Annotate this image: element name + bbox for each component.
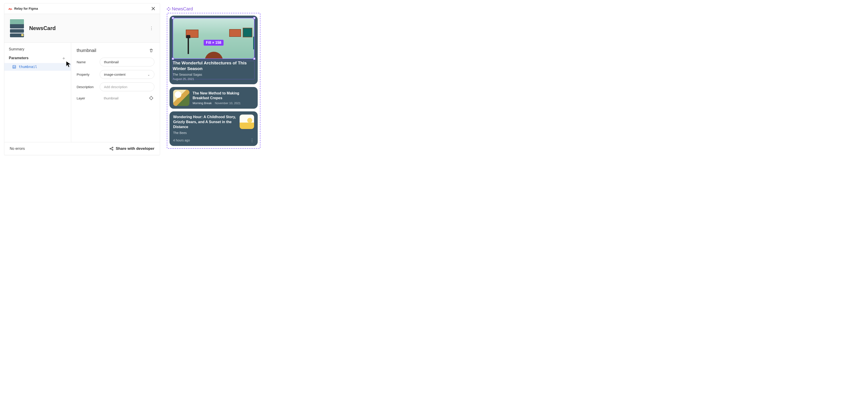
news-card-hero[interactable]: Fill × 158 The Wonderful Architectures o… [169,15,258,84]
panel-footer: No errors Share with developer [4,142,160,155]
parameter-item-thumbnail[interactable]: thumbnail [4,63,71,71]
plus-icon: ＋ [61,56,66,61]
description-input[interactable] [100,83,154,91]
property-selected-value: image-content [104,72,125,76]
plugin-title: Relay for Figma [14,7,38,10]
trash-icon [149,48,153,53]
sidebar: Summary Parameters ＋ thumbnail [4,43,71,142]
svg-point-5 [112,149,113,150]
selection-handle[interactable] [253,17,255,19]
more-vertical-icon: ⋮ [250,138,254,142]
sidebar-summary-heading[interactable]: Summary [4,47,71,55]
delete-parameter-button[interactable] [148,47,154,54]
svg-rect-7 [168,10,169,11]
layer-label: Layer [76,96,96,100]
svg-rect-6 [168,7,169,8]
description-label: Description [76,85,96,89]
share-label: Share with developer [116,147,154,151]
property-label: Property [76,72,96,76]
svg-point-1 [13,66,14,66]
relay-logo-icon [8,7,12,10]
hero-subtitle: The Seasonal Sagas [173,73,254,76]
svg-rect-9 [169,8,170,10]
audio-source: Morning Break [193,101,212,105]
property-select[interactable]: image-content ⌄ [100,70,154,79]
more-options-button[interactable]: ⋮ [148,25,155,32]
share-icon [110,147,114,151]
add-parameter-button[interactable]: ＋ [60,55,67,61]
share-with-developer-button[interactable]: Share with developer [110,147,154,151]
panel-header: Relay for Figma [4,3,160,14]
audio-date: November 10, 2021 [215,101,241,105]
relay-panel: Relay for Figma NewsCard ⋮ Summary Param… [4,3,160,155]
hero-date: August 25, 2021 [173,77,254,81]
small-thumbnail-image [240,115,254,129]
audio-thumbnail-image [173,90,189,106]
close-button[interactable] [150,6,156,11]
layer-value: thumbnail [100,96,145,100]
small-title: Wondering Hour: A Childhood Story, Grizz… [173,115,237,129]
hero-title: The Wonderful Architectures of This Wint… [173,60,254,71]
crosshair-icon [149,96,153,100]
hero-thumbnail-image [173,18,254,59]
image-icon [12,65,16,69]
sidebar-parameters-heading: Parameters [9,56,29,60]
selection-handle[interactable] [172,17,174,19]
small-source: The Bees [173,131,254,135]
selection-handle[interactable] [253,58,255,60]
canvas-component-label[interactable]: NewsCard [167,6,260,11]
chevron-down-icon: ⌄ [147,73,150,76]
parameter-item-label: thumbnail [19,65,37,69]
small-time: 4 hours ago [173,138,190,142]
editor-heading: thumbnail [76,48,96,53]
selection-size-badge: Fill × 158 [204,40,223,45]
thumbnail-selection[interactable]: Fill × 158 [173,18,254,59]
name-input[interactable] [100,58,154,66]
more-vertical-icon: ⋮ [149,26,153,31]
svg-rect-8 [167,8,168,10]
svg-point-4 [112,147,113,148]
news-card-small[interactable]: Wondering Hour: A Childhood Story, Grizz… [169,112,258,146]
figma-canvas: NewsCard Fill × 158 The Wonderful Archit… [167,6,260,158]
component-thumbnail-preview [9,18,25,38]
status-text: No errors [10,147,25,151]
close-icon [151,6,155,11]
audio-title: The New Method to Making Breakfast Crepe… [193,91,254,100]
component-icon [167,7,170,11]
component-header: NewsCard ⋮ [4,14,160,43]
component-name: NewsCard [29,25,56,31]
news-card-audio[interactable]: The New Method to Making Breakfast Crepe… [169,87,258,109]
component-frame[interactable]: Fill × 158 The Wonderful Architectures o… [167,13,260,149]
parameter-editor: thumbnail Name Property image-content ⌄ … [71,43,160,142]
name-label: Name [76,60,96,64]
locate-layer-button[interactable] [148,95,154,101]
svg-point-3 [110,148,111,149]
card-more-button[interactable]: ⋮ [250,138,254,143]
selection-handle[interactable] [172,58,174,60]
